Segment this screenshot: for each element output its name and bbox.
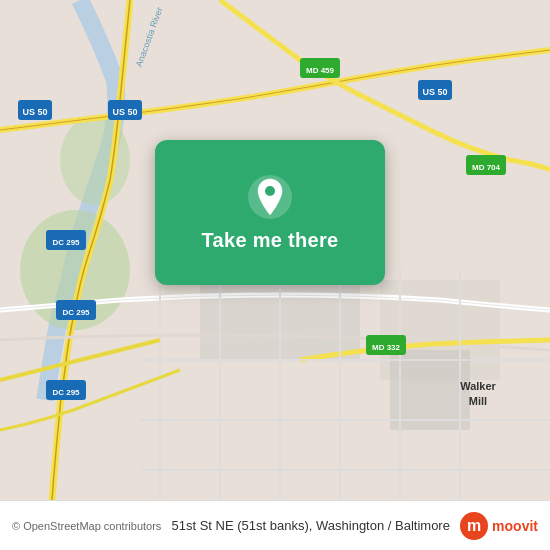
svg-text:MD 704: MD 704 [472,163,501,172]
svg-text:US 50: US 50 [112,107,137,117]
svg-text:DC 295: DC 295 [52,238,80,247]
moovit-icon: m [460,512,488,540]
svg-text:US 50: US 50 [422,87,447,97]
svg-text:DC 295: DC 295 [62,308,90,317]
svg-text:DC 295: DC 295 [52,388,80,397]
svg-text:US 50: US 50 [22,107,47,117]
svg-text:MD 332: MD 332 [372,343,401,352]
location-text: 51st St NE (51st banks), Washington / Ba… [161,518,460,533]
svg-point-36 [265,186,275,196]
moovit-text: moovit [492,518,538,534]
moovit-logo: m moovit [460,512,538,540]
svg-text:Mill: Mill [469,395,487,407]
info-bar: © OpenStreetMap contributors 51st St NE … [0,500,550,550]
take-me-there-button[interactable]: Take me there [155,140,385,285]
svg-text:Anacostia River: Anacostia River [134,6,165,69]
svg-text:Walker: Walker [460,380,496,392]
copyright-text: © OpenStreetMap contributors [12,520,161,532]
map-container: US 50 US 50 US 50 MD 459 MD 704 MD 332 D… [0,0,550,500]
svg-text:MD 459: MD 459 [306,66,335,75]
take-me-there-label: Take me there [202,229,339,252]
location-pin-icon [246,173,294,221]
svg-rect-4 [390,350,470,430]
